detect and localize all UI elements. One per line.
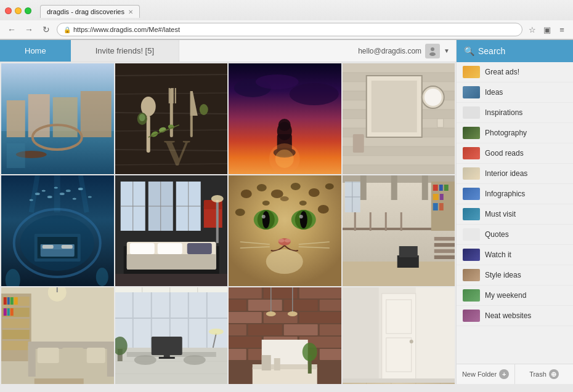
grid-cell-white-door[interactable] (343, 287, 455, 384)
grid-cell-living1[interactable] (1, 287, 114, 384)
grid-cell-leopard[interactable] (229, 175, 341, 286)
sidebar-item-good-reads[interactable]: Good reads (457, 143, 573, 164)
svg-rect-208 (151, 337, 182, 355)
sidebar-item-style-ideas[interactable]: Style ideas (457, 265, 573, 286)
svg-rect-175 (14, 297, 18, 305)
sidebar-item-must-visit[interactable]: Must visit (457, 204, 573, 225)
maximize-window-button[interactable] (25, 7, 31, 14)
grid-cell-loft[interactable] (343, 175, 455, 286)
sidebar-item-ideas[interactable]: Ideas (457, 82, 573, 103)
trash-button[interactable]: Trash ⊕ (515, 364, 573, 384)
new-folder-button[interactable]: New Folder + (457, 364, 515, 384)
active-tab[interactable]: dragdis - drag discoveries ✕ (40, 5, 140, 18)
sidebar-thumb-neat-websites (463, 310, 480, 322)
svg-rect-45 (343, 63, 455, 73)
grid-cell-brick[interactable] (229, 287, 341, 384)
svg-rect-221 (229, 300, 246, 311)
sidebar-label-ideas: Ideas (485, 88, 503, 97)
svg-rect-265 (343, 378, 455, 383)
svg-rect-78 (41, 248, 75, 257)
svg-point-86 (96, 268, 108, 286)
bookmark-button[interactable]: ☆ (526, 23, 538, 36)
reload-button[interactable]: ↻ (39, 23, 53, 36)
sidebar-item-great-ads[interactable]: Great ads! (457, 62, 573, 82)
svg-point-111 (271, 190, 283, 198)
extensions-button[interactable]: ▣ (541, 23, 553, 36)
sidebar-search-label: Search (478, 46, 505, 56)
sidebar-label-photography: Photography (485, 129, 527, 137)
svg-point-249 (288, 311, 298, 316)
svg-point-256 (409, 340, 413, 343)
back-button[interactable]: ← (5, 23, 18, 36)
svg-rect-97 (203, 206, 222, 228)
sidebar-item-photography[interactable]: Photography (457, 123, 573, 143)
svg-rect-223 (284, 300, 318, 311)
svg-rect-192 (115, 287, 228, 292)
sidebar-item-infographics[interactable]: Infographics (457, 184, 573, 204)
sidebar-search-header[interactable]: 🔍 Search (457, 40, 573, 62)
sidebar-item-my-weekend[interactable]: My weekend (457, 286, 573, 306)
svg-point-0 (431, 47, 434, 51)
svg-rect-153 (433, 203, 437, 210)
grid-cell-office[interactable] (115, 287, 228, 384)
photo-grid: V (0, 62, 456, 384)
user-dropdown-icon[interactable]: ▼ (444, 47, 450, 54)
svg-rect-218 (229, 287, 262, 298)
svg-point-66 (47, 196, 52, 198)
svg-rect-105 (115, 274, 228, 286)
grid-cell-food[interactable]: V (115, 63, 228, 174)
svg-rect-228 (229, 324, 246, 335)
sidebar-item-inspirations[interactable]: Inspirations (457, 103, 573, 123)
menu-button[interactable]: ≡ (556, 23, 568, 36)
close-window-button[interactable] (5, 7, 12, 14)
grid-cell-white-room[interactable] (343, 63, 455, 174)
svg-rect-232 (229, 337, 262, 348)
svg-rect-21 (168, 88, 169, 103)
user-email: hello@dragdis.com (358, 47, 421, 55)
sidebar-thumb-photography (463, 127, 480, 139)
svg-point-123 (262, 215, 266, 218)
address-bar[interactable]: 🔒 https://www.dragdis.com/Me#/latest (57, 23, 522, 36)
sidebar-item-interior-ideas[interactable]: Interior ideas (457, 164, 573, 184)
invite-nav-button[interactable]: Invite friends! [5] (71, 40, 179, 62)
main-content: Home Invite friends! [5] hello@dragdis.c… (0, 40, 456, 384)
svg-rect-62 (437, 119, 443, 127)
grid-cell-venice[interactable] (1, 63, 114, 174)
minimize-window-button[interactable] (15, 7, 22, 14)
sidebar-thumb-infographics (463, 188, 480, 200)
svg-rect-252 (415, 287, 455, 384)
grid-cell-underwater[interactable] (1, 175, 114, 286)
sidebar-thumb-my-weekend (463, 289, 480, 302)
svg-rect-170 (2, 330, 30, 339)
svg-rect-220 (299, 287, 341, 298)
svg-rect-103 (187, 243, 211, 254)
svg-rect-138 (360, 175, 366, 200)
home-nav-button[interactable]: Home (0, 40, 71, 62)
svg-rect-55 (343, 156, 455, 165)
svg-point-71 (73, 198, 76, 200)
svg-rect-145 (384, 212, 386, 231)
svg-rect-156 (399, 246, 417, 257)
tab-close-button[interactable]: ✕ (128, 9, 133, 15)
sidebar-item-neat-websites[interactable]: Neat websites (457, 306, 573, 326)
user-avatar[interactable] (425, 44, 440, 58)
svg-point-32 (199, 104, 208, 115)
svg-point-132 (262, 201, 270, 206)
svg-rect-149 (439, 185, 442, 191)
svg-rect-151 (433, 194, 438, 200)
grid-cell-bedroom[interactable] (115, 175, 228, 286)
svg-point-41 (278, 119, 291, 131)
sidebar-item-watch-it[interactable]: Watch it (457, 245, 573, 265)
browser-chrome: dragdis - drag discoveries ✕ ← → ↻ 🔒 htt… (0, 0, 573, 40)
svg-rect-210 (158, 357, 174, 359)
svg-point-31 (139, 114, 145, 121)
sidebar-label-inspirations: Inspirations (485, 108, 522, 117)
forward-button[interactable]: → (22, 23, 36, 36)
sidebar-item-quotes[interactable]: Quotes (457, 225, 573, 245)
svg-point-115 (235, 209, 245, 216)
svg-point-60 (424, 89, 441, 106)
grid-cell-sunset[interactable] (229, 63, 341, 174)
tab-bar: dragdis - drag discoveries ✕ (35, 5, 568, 18)
svg-rect-169 (2, 319, 30, 328)
sidebar-label-neat-websites: Neat websites (485, 311, 531, 320)
